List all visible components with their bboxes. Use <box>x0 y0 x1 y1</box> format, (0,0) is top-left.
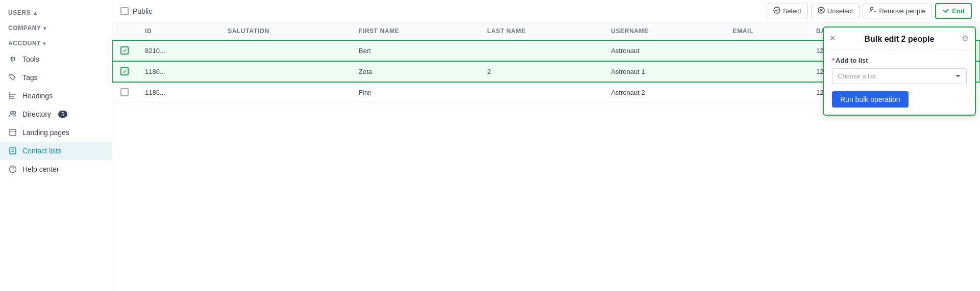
topbar-left: Public <box>120 7 763 15</box>
add-to-list-label: *Add to list <box>832 57 967 64</box>
lastname-cell <box>479 82 603 103</box>
remove-people-icon <box>869 7 876 15</box>
row-checkbox[interactable] <box>120 88 129 96</box>
bulk-panel-gear-icon[interactable]: ⚙ <box>962 34 969 43</box>
sidebar-item-label: Tools <box>22 55 39 63</box>
tools-icon: ⚙ <box>8 55 17 64</box>
select-button[interactable]: Select <box>767 4 808 18</box>
sidebar-section-account[interactable]: ACCOUNT ▾ <box>0 35 112 50</box>
sidebar-item-label: Help center <box>22 165 59 173</box>
sidebar-item-tools[interactable]: ⚙ Tools <box>0 50 112 68</box>
tags-icon <box>8 73 17 82</box>
company-section-label: COMPANY <box>8 24 41 32</box>
choose-list-select[interactable]: Choose a list <box>832 68 967 84</box>
salutation-cell <box>219 61 351 82</box>
firstname-cell: Zeta <box>351 61 479 82</box>
salutation-cell <box>219 40 351 61</box>
sidebar-item-label: Contact lists <box>22 147 61 155</box>
email-cell <box>725 82 808 103</box>
row-checkbox-cell <box>112 61 137 82</box>
firstname-column-header: First name <box>351 22 479 40</box>
run-bulk-operation-button[interactable]: Run bulk operation <box>832 91 909 108</box>
sidebar: USERS ▲ COMPANY ▾ ACCOUNT ▾ ⚙ Tools Tags <box>0 0 112 291</box>
svg-point-6 <box>13 112 16 114</box>
svg-point-0 <box>11 75 12 76</box>
lastname-cell <box>479 40 603 61</box>
end-button[interactable]: End <box>935 3 972 19</box>
id-cell: 1186... <box>137 61 219 82</box>
bulk-panel-body: *Add to list Choose a list Run bulk oper… <box>824 49 975 115</box>
unselect-button[interactable]: Unselect <box>811 4 860 18</box>
salutation-cell <box>219 82 351 103</box>
company-chevron: ▾ <box>43 25 46 31</box>
svg-text:?: ? <box>11 167 14 172</box>
contact-lists-icon <box>8 146 17 155</box>
unselect-icon <box>818 7 825 15</box>
sidebar-section-users[interactable]: USERS ▲ <box>0 4 112 19</box>
id-cell: 8210... <box>137 40 219 61</box>
username-cell: Astronaut 2 <box>603 82 724 103</box>
username-cell: Astronaut 1 <box>603 61 724 82</box>
email-column-header: Email <box>725 22 808 40</box>
salutation-column-header: Salutation <box>219 22 351 40</box>
headings-icon <box>8 91 17 100</box>
row-checkbox[interactable] <box>120 46 129 55</box>
account-chevron: ▾ <box>43 41 46 46</box>
svg-rect-9 <box>10 148 16 154</box>
sidebar-item-contact-lists[interactable]: Contact lists <box>0 142 112 160</box>
landing-pages-icon <box>8 128 17 137</box>
firstname-cell: Bert <box>351 40 479 61</box>
remove-people-button[interactable]: Remove people <box>863 4 932 18</box>
email-cell <box>725 61 808 82</box>
topbar: Public Select Unselec <box>112 0 980 22</box>
bulk-panel-title: Bulk edit 2 people <box>832 35 967 44</box>
topbar-actions: Select Unselect <box>767 3 972 19</box>
sidebar-item-landing-pages[interactable]: Landing pages <box>0 123 112 142</box>
row-checkbox-cell <box>112 82 137 103</box>
svg-point-17 <box>871 8 873 10</box>
sidebar-section-company[interactable]: COMPANY ▾ <box>0 19 112 35</box>
main-content: Public Select Unselec <box>112 0 980 291</box>
sidebar-item-tags[interactable]: Tags <box>0 68 112 87</box>
users-section-label: USERS <box>8 9 31 16</box>
public-checkbox[interactable] <box>120 7 129 15</box>
row-checkbox[interactable] <box>120 67 129 75</box>
sidebar-item-label: Landing pages <box>22 128 69 137</box>
sidebar-item-label: Directory <box>22 110 51 118</box>
sidebar-item-label: Headings <box>22 92 53 100</box>
bulk-panel-close-button[interactable]: × <box>830 34 836 43</box>
end-checkmark-icon <box>942 7 949 15</box>
bulk-edit-panel: × ⚙ Bulk edit 2 people *Add to list Choo… <box>823 27 976 116</box>
id-column-header: ID <box>137 22 219 40</box>
sidebar-item-headings[interactable]: Headings <box>0 87 112 105</box>
sidebar-item-directory[interactable]: Directory 5 <box>0 105 112 123</box>
row-checkbox-cell <box>112 40 137 61</box>
email-cell <box>725 40 808 61</box>
directory-icon <box>8 110 17 119</box>
lastname-column-header: Last name <box>479 22 603 40</box>
required-asterisk: * <box>832 57 835 64</box>
directory-badge: 5 <box>58 111 67 118</box>
help-center-icon: ? <box>8 165 17 174</box>
username-column-header: Username <box>603 22 724 40</box>
svg-rect-14 <box>122 9 127 14</box>
sidebar-item-label: Tags <box>22 73 38 82</box>
bulk-panel-header: Bulk edit 2 people <box>824 28 975 49</box>
username-cell: Astronaut <box>603 40 724 61</box>
lastname-cell: 2 <box>479 61 603 82</box>
sidebar-item-help-center[interactable]: ? Help center <box>0 160 112 178</box>
id-cell: 1186... <box>137 82 219 103</box>
users-chevron: ▲ <box>33 10 38 16</box>
checkbox-column-header <box>112 22 137 40</box>
svg-rect-7 <box>10 129 16 136</box>
select-icon <box>773 7 780 15</box>
account-section-label: ACCOUNT <box>8 40 41 47</box>
public-label: Public <box>133 7 152 15</box>
firstname-cell: Finn <box>351 82 479 103</box>
